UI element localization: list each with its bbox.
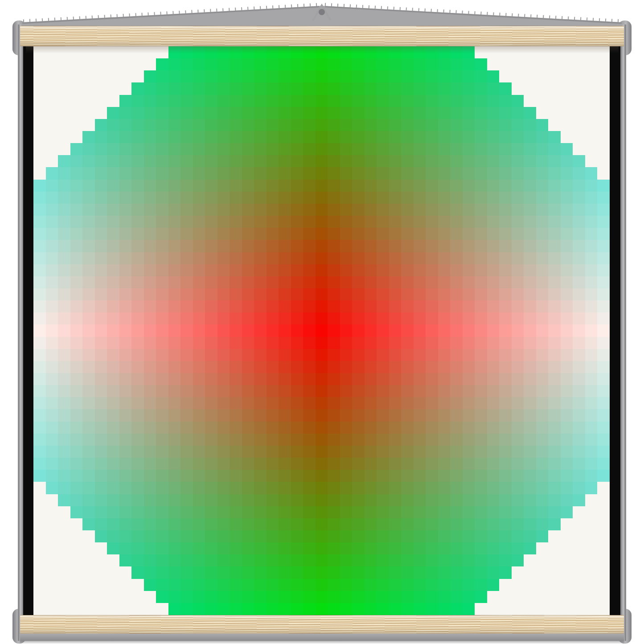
poster-edge-right <box>610 46 620 615</box>
poster-mockup-scene <box>0 0 644 644</box>
pixel-artwork-canvas <box>33 46 610 615</box>
top-bar-shadow <box>26 46 619 53</box>
poster-paper <box>33 46 610 615</box>
bottom-rail <box>20 634 624 641</box>
poster-edge-left <box>23 46 33 615</box>
cord-grommet <box>319 9 325 15</box>
cord-rail-band <box>21 6 623 26</box>
hanger-side-rail-right <box>620 25 626 641</box>
wooden-hanger-bar-top <box>20 26 624 46</box>
wooden-hanger-bar-bottom <box>20 615 624 634</box>
bottom-rail-shadow <box>20 641 624 644</box>
